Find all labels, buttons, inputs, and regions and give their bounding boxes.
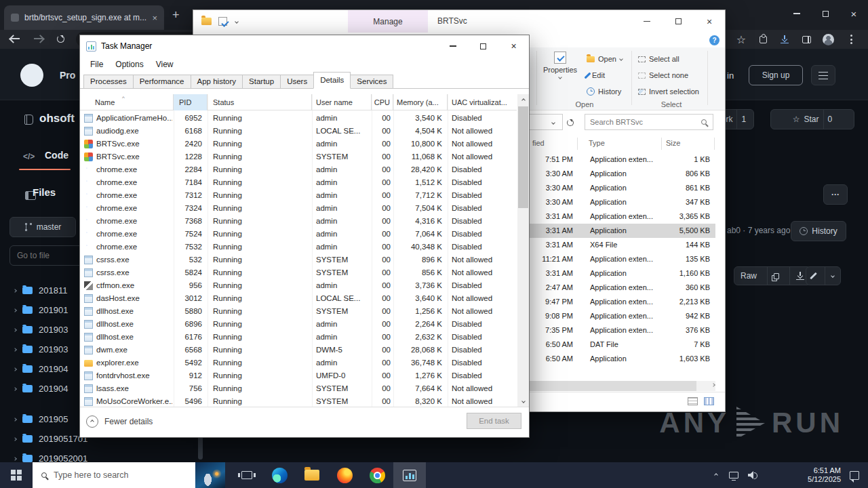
process-row[interactable]: dllhost.exe 5880 Running SYSTEM 00 1,256… bbox=[80, 305, 517, 318]
back-icon[interactable] bbox=[11, 38, 20, 39]
column-size[interactable]: Size bbox=[666, 139, 680, 147]
forward-icon[interactable] bbox=[34, 38, 43, 39]
edit-pencil-icon[interactable] bbox=[806, 267, 821, 285]
process-row[interactable]: dllhost.exe 6896 Running admin 00 2,264 … bbox=[80, 318, 517, 331]
explorer-search-box[interactable] bbox=[585, 114, 713, 130]
explorer-maximize-button[interactable] bbox=[663, 10, 694, 33]
process-row[interactable]: chrome.exe 7532 Running admin 00 40,348 … bbox=[80, 241, 517, 253]
explorer-close-button[interactable]: × bbox=[694, 10, 725, 33]
process-row[interactable]: csrss.exe 5824 Running SYSTEM 00 856 K N… bbox=[80, 266, 517, 279]
browser-menu-kebab-icon[interactable] bbox=[845, 33, 857, 45]
header-name[interactable]: ^ Name bbox=[83, 94, 174, 110]
header-memory[interactable]: Memory (a... bbox=[393, 94, 448, 110]
history-ribbon-button[interactable]: History bbox=[584, 85, 624, 98]
refresh-icon[interactable] bbox=[57, 35, 64, 43]
tm-vertical-scrollbar[interactable] bbox=[517, 94, 529, 407]
tab-close-icon[interactable]: × bbox=[152, 13, 157, 23]
details-view-icon[interactable] bbox=[688, 397, 698, 405]
action-center-button[interactable] bbox=[844, 462, 865, 488]
fewer-details-button[interactable]: Fewer details bbox=[86, 415, 153, 428]
branch-selector-button[interactable]: master bbox=[9, 217, 76, 237]
taskbar-search[interactable] bbox=[33, 462, 195, 488]
process-row[interactable]: audiodg.exe 6168 Running LOCAL SE... 00 … bbox=[80, 125, 517, 138]
new-tab-button[interactable]: + bbox=[172, 9, 180, 20]
sign-in-link[interactable]: in bbox=[727, 70, 734, 81]
task-manager-tab[interactable]: Processes bbox=[83, 75, 134, 89]
profile-avatar[interactable] bbox=[822, 33, 834, 45]
tray-show-hidden-icons[interactable] bbox=[708, 462, 724, 488]
menu-file[interactable]: File bbox=[85, 58, 108, 70]
process-row[interactable]: ctfmon.exe 956 Running admin 00 3,736 K … bbox=[80, 279, 517, 292]
header-status[interactable]: Status bbox=[208, 94, 312, 110]
end-task-button[interactable]: End task bbox=[467, 413, 521, 429]
scroll-up-icon[interactable] bbox=[517, 94, 529, 106]
star-button[interactable]: ☆ Star0 bbox=[770, 109, 854, 129]
process-row[interactable]: BRTSvc.exe 1228 Running SYSTEM 00 11,068… bbox=[80, 150, 517, 163]
large-icons-view-icon[interactable] bbox=[704, 397, 714, 405]
taskbar-chrome[interactable] bbox=[361, 462, 393, 488]
sidebar-icon[interactable] bbox=[800, 33, 812, 45]
invert-selection-button[interactable]: Invert selection bbox=[635, 85, 702, 98]
taskbar-firefox[interactable] bbox=[328, 462, 361, 488]
nav-item-product[interactable]: Pro bbox=[60, 70, 75, 81]
process-row[interactable]: dasHost.exe 3012 Running LOCAL SE... 00 … bbox=[80, 292, 517, 305]
header-user-name[interactable]: User name bbox=[312, 94, 372, 110]
address-dropdown-icon[interactable] bbox=[551, 121, 555, 125]
open-button[interactable]: Open bbox=[584, 52, 625, 66]
taskbar-search-input[interactable] bbox=[54, 470, 169, 480]
more-options-kebab-button[interactable]: ··· bbox=[823, 184, 848, 205]
network-icon[interactable] bbox=[724, 462, 743, 488]
tab-code[interactable]: Code bbox=[45, 150, 68, 161]
download-icon[interactable] bbox=[778, 33, 791, 45]
process-row[interactable]: csrss.exe 532 Running SYSTEM 00 896 K No… bbox=[80, 253, 517, 266]
task-manager-tab[interactable]: Services bbox=[350, 75, 393, 89]
task-manager-tab[interactable]: App history bbox=[191, 75, 243, 89]
task-manager-tab[interactable]: Performance bbox=[133, 75, 191, 89]
menu-view[interactable]: View bbox=[151, 58, 178, 70]
process-row[interactable]: chrome.exe 2284 Running admin 00 28,420 … bbox=[80, 163, 517, 176]
process-row[interactable]: BRTSvc.exe 2420 Running admin 00 10,800 … bbox=[80, 138, 517, 150]
header-uac[interactable]: UAC virtualizat... bbox=[448, 94, 517, 110]
process-row[interactable]: explorer.exe 5492 Running admin 00 36,74… bbox=[80, 357, 517, 369]
scrollbar-thumb[interactable] bbox=[518, 106, 528, 208]
process-row[interactable]: MoUsoCoreWorker.e... 5496 Running SYSTEM… bbox=[80, 395, 517, 407]
help-icon[interactable]: ? bbox=[709, 35, 719, 45]
process-row[interactable]: chrome.exe 7324 Running admin 00 7,504 K… bbox=[80, 202, 517, 215]
browser-maximize-button[interactable] bbox=[811, 0, 840, 27]
raw-button[interactable]: Raw bbox=[734, 267, 763, 285]
repo-name[interactable]: ohsoft bbox=[39, 112, 75, 125]
select-all-button[interactable]: Select all bbox=[635, 52, 682, 66]
sign-up-button[interactable]: Sign up bbox=[749, 65, 803, 85]
column-date-modified[interactable]: fied bbox=[532, 139, 545, 147]
tm-close-button[interactable]: × bbox=[498, 35, 529, 57]
browser-close-button[interactable]: × bbox=[840, 0, 868, 27]
quick-access-dropdown-icon[interactable] bbox=[235, 20, 239, 24]
process-row[interactable]: dllhost.exe 6176 Running admin 00 2,632 … bbox=[80, 331, 517, 344]
taskbar-task-manager[interactable] bbox=[393, 462, 426, 488]
explorer-search-input[interactable] bbox=[585, 118, 701, 126]
task-manager-tab[interactable]: Users bbox=[280, 75, 314, 89]
task-manager-tab[interactable]: Details bbox=[313, 72, 351, 89]
properties-button[interactable]: Properties bbox=[540, 52, 580, 79]
volume-icon[interactable] bbox=[743, 462, 762, 488]
quick-access-folder-icon[interactable] bbox=[201, 18, 212, 25]
explorer-refresh-icon[interactable] bbox=[567, 117, 574, 129]
taskbar-edge[interactable] bbox=[263, 462, 296, 488]
menu-options[interactable]: Options bbox=[111, 58, 148, 70]
taskbar-clock[interactable]: 6:51 AM 5/12/2025 bbox=[808, 462, 841, 488]
bookmark-star-icon[interactable]: ☆ bbox=[735, 33, 747, 45]
process-row[interactable]: lsass.exe 756 Running SYSTEM 00 7,664 K … bbox=[80, 382, 517, 395]
scroll-down-icon[interactable] bbox=[517, 395, 529, 407]
manage-contextual-tab[interactable]: Manage bbox=[348, 10, 428, 33]
browser-tab[interactable]: brtb/brtsvc_setup_sign.exe at m... × bbox=[4, 5, 164, 30]
column-type[interactable]: Type bbox=[589, 139, 605, 147]
tm-maximize-button[interactable] bbox=[468, 35, 498, 57]
extensions-icon[interactable] bbox=[757, 33, 769, 45]
process-row[interactable]: ApplicationFrameHo... 6952 Running admin… bbox=[80, 112, 517, 125]
edit-dropdown-chevron-icon[interactable] bbox=[825, 267, 840, 285]
appearance-settings-button[interactable] bbox=[811, 65, 835, 85]
scroll-right-icon[interactable] bbox=[711, 383, 715, 387]
quick-access-properties-icon[interactable] bbox=[218, 17, 227, 26]
copy-icon[interactable] bbox=[767, 267, 785, 285]
start-button[interactable] bbox=[0, 462, 33, 488]
